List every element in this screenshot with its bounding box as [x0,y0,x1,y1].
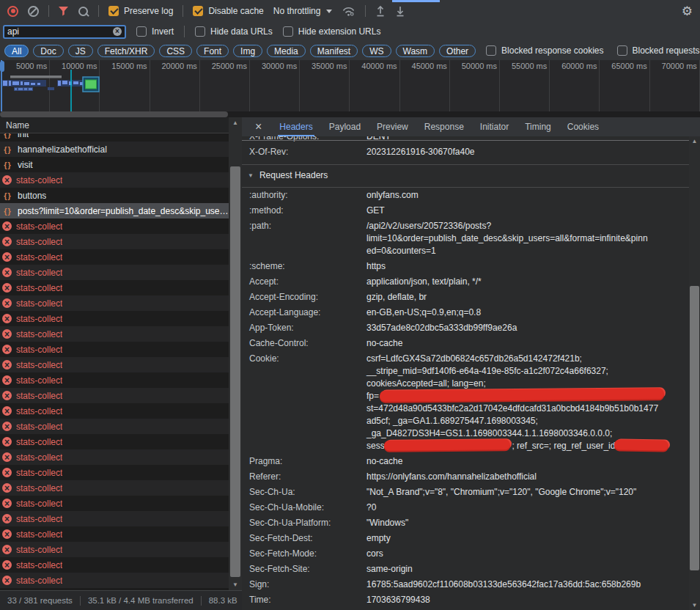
scrollbar-thumb[interactable] [690,286,699,570]
request-row[interactable]: stats-collect [0,480,229,496]
request-row[interactable]: stats-collect [0,557,229,573]
request-row[interactable]: stats-collect [0,542,229,557]
request-row[interactable]: posts?limit=10&order=publish_date_desc&s… [0,203,229,218]
redaction-scribble-reg-ref-user-id [614,439,668,450]
type-filter-pill[interactable]: Font [196,45,229,57]
scroll-down-icon[interactable]: ▼ [229,581,242,588]
header-name: Cache-Control: [249,337,366,350]
throttling-dropdown[interactable]: No throttling [273,6,333,16]
detail-tab[interactable]: Response [424,117,464,136]
overview-horizontal-scrollbar[interactable] [0,111,700,117]
header-value: GET [366,205,689,217]
name-column-header[interactable]: Name [0,117,229,133]
request-row[interactable]: stats-collect [0,218,229,234]
request-list-scrollbar[interactable]: ▲ ▼ [229,117,242,590]
detail-tab[interactable]: Initiator [480,117,509,136]
request-row[interactable]: stats-collect [0,172,229,188]
network-conditions-icon[interactable] [342,6,355,17]
request-row[interactable]: stats-collect [0,573,229,588]
header-row: Sign: 16785:5aad9602cf110608b03133de5636… [242,577,689,592]
detail-tab[interactable]: Timing [525,117,551,136]
type-filter-pill[interactable]: CSS [159,45,192,57]
settings-gear-icon[interactable]: ⚙ [682,5,693,18]
header-name: App-Token: [249,322,366,334]
scroll-down-icon[interactable]: ▼ [689,602,700,609]
close-icon[interactable]: × [255,121,262,133]
type-filter-pill[interactable]: Img [233,45,262,57]
request-row[interactable]: stats-collect [0,388,229,403]
details-scrollbar[interactable]: ▲ ▼ [689,136,700,610]
hide-extension-urls-checkbox[interactable]: Hide extension URLs [283,26,381,37]
request-row[interactable]: stats-collect [0,357,229,372]
invert-label: Invert [152,26,174,37]
export-har-icon[interactable] [395,5,405,17]
request-row[interactable]: init [0,133,229,142]
scroll-up-icon[interactable]: ▲ [689,138,700,144]
request-row[interactable]: stats-collect [0,295,229,311]
request-row[interactable]: stats-collect [0,372,229,388]
network-overview-timeline[interactable]: 5000 ms10000 ms15000 ms20000 ms25000 ms3… [0,60,700,111]
hide-data-urls-checkbox[interactable]: Hide data URLs [195,26,273,37]
extra-filter-checkbox[interactable]: Blocked requests [617,45,700,56]
checkbox-unchecked-icon [195,26,205,37]
type-filter-pill[interactable]: Fetch/XHR [97,45,155,57]
invert-checkbox[interactable]: Invert [136,26,174,37]
scrollbar-thumb[interactable] [230,166,240,577]
type-filter-pill[interactable]: WS [362,45,391,57]
panel-tab-highlight [392,0,440,2]
request-row[interactable]: stats-collect [0,496,229,511]
checkbox-checked-icon [193,6,203,16]
request-row[interactable]: stats-collect [0,449,229,465]
request-row[interactable]: stats-collect [0,280,229,295]
clear-filter-icon[interactable]: × [113,27,122,36]
scroll-up-icon[interactable]: ▲ [229,120,242,126]
header-name: Cookie: [249,353,366,452]
clear-network-log-icon[interactable] [28,6,39,17]
detail-tab[interactable]: Cookies [567,117,599,136]
request-name: stats-collect [16,468,62,478]
type-filter-pill[interactable]: Media [267,45,306,57]
search-icon[interactable] [78,6,89,17]
request-row[interactable]: buttons [0,188,229,203]
detail-tab[interactable]: Preview [377,117,408,136]
request-row[interactable]: stats-collect [0,526,229,542]
request-row[interactable]: stats-collect [0,265,229,280]
request-row[interactable]: stats-collect [0,434,229,449]
detail-tab[interactable]: Payload [329,117,361,136]
request-row[interactable]: stats-collect [0,465,229,480]
header-value: /api2/v2/users/20572336/posts? limit=10&… [366,220,689,257]
checkbox-unchecked-icon [486,45,496,56]
request-row[interactable]: hannahelizabethofficial [0,142,229,157]
record-icon[interactable] [7,6,18,17]
type-filter-pill[interactable]: Other [439,45,476,57]
type-filter-pill[interactable]: JS [68,45,93,57]
request-row[interactable]: stats-collect [0,419,229,434]
scrollbar-thumb[interactable] [0,111,228,117]
request-row[interactable]: stats-collect [0,511,229,526]
request-type-icon [2,375,12,385]
request-row[interactable]: stats-collect [0,249,229,265]
disable-cache-checkbox[interactable]: Disable cache [193,6,263,16]
request-row[interactable]: stats-collect [0,326,229,342]
type-filter-pill[interactable]: Wasm [396,45,435,57]
preserve-log-checkbox[interactable]: Preserve log [108,6,173,16]
type-filter-pills: AllDocJSFetch/XHRCSSFontImgMediaManifest… [4,45,476,57]
header-name: :authority: [249,189,366,202]
header-name: Sec-Ch-Ua-Mobile: [249,501,366,514]
request-row[interactable]: stats-collect [0,234,229,249]
extra-filter-checkbox[interactable]: Blocked response cookies [486,45,603,56]
header-row[interactable]: Request Headers [242,164,689,188]
request-row[interactable]: stats-collect [0,311,229,326]
type-filter-pill[interactable]: Doc [33,45,63,57]
detail-tab[interactable]: Headers [279,117,312,136]
import-har-icon[interactable] [375,5,386,17]
request-type-icon [2,298,12,308]
filter-icon[interactable] [59,7,68,16]
request-row[interactable]: stats-collect [0,342,229,357]
request-row[interactable]: visit [0,157,229,172]
type-filter-pill[interactable]: All [4,45,29,57]
request-row[interactable]: stats-collect [0,403,229,419]
type-filter-pill[interactable]: Manifest [310,45,358,57]
filter-input[interactable] [7,26,113,37]
request-name: stats-collect [16,499,62,509]
